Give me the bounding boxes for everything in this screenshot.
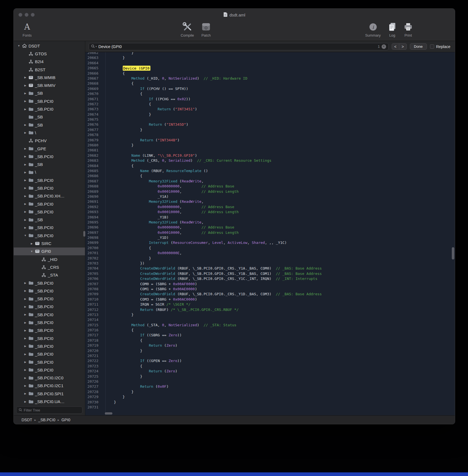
- disclosure-right-icon[interactable]: ▶: [23, 321, 28, 324]
- disclosure-right-icon[interactable]: ▶: [23, 392, 28, 395]
- tree-item-_sb-pci0-xh[interactable]: ▶_SB.PCI0.XH…: [14, 192, 85, 200]
- tree-item-_sb[interactable]: ▶_SB: [14, 121, 85, 129]
- tree-item-_sb-pci0[interactable]: ▶_SB.PCI0: [14, 303, 85, 311]
- tree-item-_sb-pci0-ua[interactable]: ▶_SB.PCI0.UA…: [14, 398, 85, 405]
- tree-item-b2st[interactable]: B2ST: [14, 66, 85, 73]
- breadcrumb-item-gpi0[interactable]: GPI0: [62, 418, 70, 422]
- disclosure-right-icon[interactable]: ▶: [23, 123, 28, 126]
- clear-search-icon[interactable]: ×: [382, 44, 386, 49]
- tree-item-_sb-pci0[interactable]: ▶_SB.PCI0: [14, 176, 85, 184]
- vertical-scrollbar[interactable]: [452, 247, 454, 260]
- fonts-button[interactable]: A Fonts: [14, 21, 41, 37]
- disclosure-right-icon[interactable]: ▶: [23, 400, 28, 403]
- tree-item-_sb-pci0[interactable]: ▼_SB.PCI0: [14, 232, 85, 239]
- disclosure-right-icon[interactable]: ▶: [23, 368, 28, 371]
- done-button[interactable]: Done: [410, 43, 427, 50]
- tree-item-_sb-pci0[interactable]: ▶_SB.PCI0: [14, 97, 85, 105]
- tree-item-_sb-pci0[interactable]: ▶_SB.PCI0: [14, 318, 85, 326]
- tree-item-gpi0[interactable]: ▼GPI0: [14, 247, 85, 255]
- tree-item-b2i4[interactable]: B2I4: [14, 58, 85, 66]
- disclosure-right-icon[interactable]: ▶: [23, 361, 28, 363]
- disclosure-down-icon[interactable]: ▼: [16, 44, 21, 47]
- disclosure-right-icon[interactable]: ▶: [23, 84, 28, 87]
- disclosure-right-icon[interactable]: ▶: [23, 226, 28, 229]
- disclosure-right-icon[interactable]: ▶: [23, 298, 28, 300]
- disclosure-right-icon[interactable]: ▶: [23, 187, 28, 189]
- tree-item-_sb-pci0[interactable]: ▶_SB.PCI0: [14, 153, 85, 160]
- tree-item-_sta[interactable]: _STA: [14, 271, 85, 279]
- filter-tree-input[interactable]: Filter Tree: [16, 406, 82, 414]
- tree-item-_sb-pci0[interactable]: ▶_SB.PCI0: [14, 105, 85, 113]
- tree-item-root[interactable]: ▶\: [14, 129, 85, 137]
- disclosure-right-icon[interactable]: ▶: [23, 131, 28, 134]
- disclosure-right-icon[interactable]: ▶: [23, 377, 28, 379]
- disclosure-right-icon[interactable]: ▶: [23, 195, 28, 197]
- replace-checkbox[interactable]: [430, 44, 434, 49]
- disclosure-right-icon[interactable]: ▶: [23, 155, 28, 158]
- tree-item-_sb-pci0-i2c1[interactable]: ▶_SB.PCI0.I2C1: [14, 382, 85, 390]
- tree-item-_sb-pci0[interactable]: ▶_SB.PCI0: [14, 311, 85, 318]
- disclosure-right-icon[interactable]: ▶: [23, 76, 28, 79]
- disclosure-right-icon[interactable]: ▶: [23, 147, 28, 150]
- tree-item-_hid[interactable]: _HID: [14, 255, 85, 263]
- tree-item-pchv[interactable]: PCHV: [14, 137, 85, 145]
- tree-item-_sb-pci0[interactable]: ▶_SB.PCI0: [14, 208, 85, 216]
- search-scope-chevron-icon[interactable]: ▾: [96, 45, 97, 48]
- search-input[interactable]: ▾ Device (GPI0 1 ×: [89, 43, 389, 50]
- disclosure-right-icon[interactable]: ▶: [23, 100, 28, 103]
- tree-item-dsdt[interactable]: ▼DSDT: [14, 42, 85, 50]
- disclosure-right-icon[interactable]: ▶: [23, 108, 28, 111]
- tree-item-_crs[interactable]: _CRS: [14, 263, 85, 271]
- disclosure-right-icon[interactable]: ▶: [23, 329, 28, 332]
- tree-item-_sb-wmiv[interactable]: ▶_SB.WMIV: [14, 81, 85, 89]
- tree-item-_sb[interactable]: ▶_SB: [14, 89, 85, 97]
- tree-item-_sb-pci0[interactable]: ▶_SB.PCI0: [14, 350, 85, 358]
- disclosure-down-icon[interactable]: ▼: [23, 234, 28, 237]
- disclosure-right-icon[interactable]: ▶: [23, 203, 28, 205]
- disclosure-right-icon[interactable]: ▶: [23, 163, 28, 166]
- disclosure-right-icon[interactable]: ▶: [23, 305, 28, 308]
- horizontal-scrollbar[interactable]: [105, 412, 112, 415]
- tree-item-_gpe[interactable]: ▶_GPE: [14, 145, 85, 153]
- breadcrumb-item-_sb-pci0[interactable]: _SB.PCI0: [38, 418, 55, 422]
- tree-item-_sb-pci0[interactable]: ▶_SB.PCI0: [14, 279, 85, 287]
- disclosure-right-icon[interactable]: ▶: [23, 313, 28, 316]
- tree-item-sirc[interactable]: ▶SIRC: [14, 239, 85, 247]
- disclosure-right-icon[interactable]: ▶: [23, 337, 28, 340]
- disclosure-right-icon[interactable]: ▶: [23, 171, 28, 174]
- tree-item-_sb-pci0-spi1[interactable]: ▶_SB.PCI0.SPI1: [14, 390, 85, 398]
- tree-item-_sb-pci0[interactable]: ▶_SB.PCI0: [14, 200, 85, 208]
- tree-item-_sb-pci0[interactable]: ▶_SB.PCI0: [14, 358, 85, 366]
- disclosure-right-icon[interactable]: ▶: [23, 218, 28, 221]
- tree-item-_sb[interactable]: ▶_SB: [14, 160, 85, 168]
- code-editor[interactable]: 20662 }20663 }2066420665 Device (GPI0206…: [85, 52, 455, 415]
- disclosure-right-icon[interactable]: ▶: [23, 92, 28, 95]
- patch-button[interactable]: Patch: [193, 21, 219, 37]
- print-button[interactable]: Print: [395, 21, 422, 37]
- disclosure-right-icon[interactable]: ▶: [29, 242, 34, 245]
- tree-item-root[interactable]: ▶\: [14, 168, 85, 176]
- tree-item-_sb-pci0-i2c0[interactable]: ▶_SB.PCI0.I2C0: [14, 374, 85, 382]
- tree-item-_sb-pci0[interactable]: ▶_SB.PCI0: [14, 366, 85, 374]
- disclosure-down-icon[interactable]: ▼: [29, 250, 34, 253]
- disclosure-right-icon[interactable]: ▶: [23, 289, 28, 292]
- disclosure-right-icon[interactable]: ▶: [23, 179, 28, 182]
- disclosure-right-icon[interactable]: ▶: [23, 353, 28, 356]
- tree-item-_sb-pci0[interactable]: ▶_SB.PCI0: [14, 184, 85, 192]
- disclosure-right-icon[interactable]: ▶: [23, 345, 28, 348]
- tree-item-gtos[interactable]: GTOS: [14, 50, 85, 58]
- disclosure-right-icon[interactable]: ▶: [23, 282, 28, 284]
- tree-item-_sb-pci0[interactable]: ▶_SB.PCI0: [14, 287, 85, 295]
- breadcrumb-item-dsdt[interactable]: DSDT: [22, 418, 32, 422]
- tree-item-_sb-pci0[interactable]: ▶_SB.PCI0: [14, 224, 85, 232]
- previous-match-button[interactable]: <: [392, 43, 399, 50]
- disclosure-right-icon[interactable]: ▶: [23, 210, 28, 213]
- tree-item-_sb-pci0[interactable]: ▶_SB.PCI0: [14, 342, 85, 350]
- disclosure-right-icon[interactable]: ▶: [23, 384, 28, 387]
- tree-item-_sb-pci0[interactable]: ▶_SB.PCI0: [14, 327, 85, 334]
- tree-item-_sb-wmib[interactable]: ▶_SB.WMIB: [14, 73, 85, 81]
- next-match-button[interactable]: >: [399, 43, 407, 50]
- tree-item-_sb[interactable]: ▶_SB: [14, 216, 85, 224]
- tree-item-_sb[interactable]: _SB: [14, 113, 85, 121]
- splitter-handle[interactable]: [83, 231, 85, 237]
